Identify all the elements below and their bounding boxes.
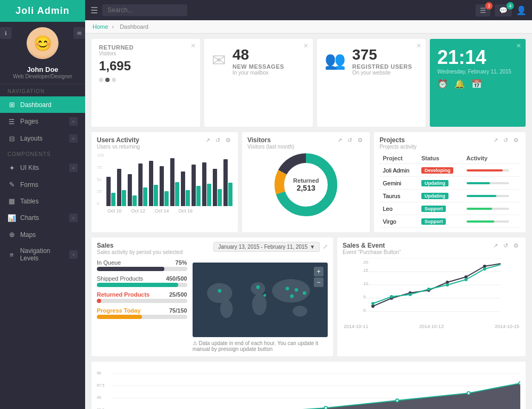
- svg-point-41: [483, 267, 486, 271]
- bar-group: [202, 162, 211, 206]
- bell-icon[interactable]: 🔔: [454, 79, 465, 121]
- user-menu-icon[interactable]: 👤: [516, 5, 527, 15]
- sidebar-header: Joli Admin: [0, 0, 85, 22]
- bar-teal: [122, 190, 126, 206]
- sales-note: ⚠ Data update in end of each hour. You c…: [193, 340, 328, 352]
- progress-item: Returned Products25/500: [97, 291, 187, 303]
- sales-event-refresh[interactable]: ↺: [502, 242, 510, 250]
- date-picker-btn[interactable]: January 13, 2015 - February 11, 2015 ▼: [213, 242, 320, 252]
- progress-bar: [97, 315, 187, 319]
- users-activity-expand[interactable]: ↗: [204, 136, 212, 144]
- topbar: ☰ ☰ 3 💬 4 👤: [85, 0, 532, 20]
- visitors-settings[interactable]: ⚙: [356, 136, 364, 144]
- bar-teal: [175, 182, 179, 206]
- avatar-face: 😊: [27, 27, 59, 59]
- search-input[interactable]: [102, 4, 187, 16]
- svg-point-59: [519, 382, 520, 385]
- projects-settings[interactable]: ⚙: [512, 136, 520, 144]
- donut-chart: Returned 2,513: [247, 153, 364, 217]
- sales-progress-area: In Queue75%Shipped Products450/500Return…: [97, 259, 187, 352]
- svg-text:90: 90: [97, 371, 101, 375]
- svg-point-6: [220, 300, 232, 318]
- bar-group: [181, 171, 190, 206]
- messages-btn[interactable]: 💬 4: [495, 4, 512, 17]
- users-activity-settings[interactable]: ⚙: [224, 136, 232, 144]
- clock-time: 21:14: [437, 46, 518, 69]
- bar-dark: [170, 158, 174, 206]
- profile-info-btn[interactable]: ℹ: [0, 27, 12, 39]
- sales-event-svg: 0 5 10 15 20: [343, 258, 520, 322]
- stat-users-label: REGISTRED USERS: [352, 63, 412, 70]
- map-zoom-in[interactable]: +: [314, 267, 323, 276]
- projects-expand[interactable]: ↗: [492, 136, 500, 144]
- sales-event-subtitle: Event "Purchase Button": [343, 249, 401, 255]
- svg-text:15: 15: [363, 268, 368, 273]
- bar-group: [223, 159, 232, 206]
- profile-name: John Doe: [0, 66, 85, 73]
- clock-icon[interactable]: ⏰: [437, 79, 448, 121]
- menu-toggle-icon[interactable]: ☰: [90, 5, 98, 15]
- sales-event-expand[interactable]: ↗: [492, 242, 500, 250]
- sales-event-x-labels: 2014-10-11 2014-10-13 2014-10-15: [343, 324, 520, 329]
- sales-left-widget: Sales Sales activity by period you selec…: [92, 238, 333, 356]
- sidebar-item-dashboard[interactable]: ⊞ Dashboard: [0, 96, 85, 113]
- sidebar-item-forms[interactable]: ✎ Forms: [0, 176, 85, 193]
- status-badge: Updating: [421, 180, 448, 186]
- maps-icon: ⊕: [7, 231, 16, 239]
- sidebar-item-navlevels[interactable]: ≡ Navigation Levels +: [0, 243, 85, 266]
- stat-dot-3: [112, 78, 116, 82]
- sidebar-item-uikits[interactable]: ✦ UI Kits +: [0, 159, 85, 176]
- pages-expand-icon: +: [69, 117, 78, 126]
- svg-point-40: [464, 278, 468, 281]
- stat-messages-label: NEW MESSAGES: [232, 63, 284, 70]
- progress-item: Progress Today75/150: [97, 307, 187, 319]
- sales-event-title: Sales & Event: [343, 242, 401, 249]
- stat-dot-2: [105, 78, 110, 82]
- bar-dark: [138, 163, 143, 206]
- stat-messages: ✕ ✉ 48 NEW MESSAGES In your mailbox: [204, 39, 313, 127]
- visitors-expand[interactable]: ↗: [336, 136, 344, 144]
- sales-subtitle: Sales activity by period you selected: [97, 249, 182, 255]
- svg-text:67.5: 67.5: [97, 383, 104, 388]
- stat-clock: ✕ 21:14 Wednesday, February 11, 2015 ⏰ 🔔…: [430, 39, 526, 127]
- bar-teal: [143, 187, 147, 206]
- notifications-btn[interactable]: ☰ 3: [476, 4, 491, 17]
- sidebar-item-maps[interactable]: ⊕ Maps: [0, 226, 85, 243]
- map-zoom-out[interactable]: −: [314, 277, 323, 287]
- status-badge: Updating: [421, 193, 448, 199]
- users-activity-refresh[interactable]: ↺: [214, 136, 222, 144]
- sales-expand-btn[interactable]: ⤢: [323, 243, 328, 250]
- bar-dark: [117, 169, 121, 206]
- svg-marker-52: [112, 383, 520, 409]
- sidebar-label-uikits: UI Kits: [20, 164, 39, 171]
- sales-event-settings[interactable]: ⚙: [512, 242, 520, 250]
- table-row: LeoSupport: [379, 202, 520, 215]
- sidebar-item-tables[interactable]: ▦ Tables: [0, 193, 85, 209]
- avatar: 😊: [27, 27, 59, 59]
- profile-message-btn[interactable]: ✉: [73, 27, 85, 39]
- bar-chart: [97, 153, 232, 206]
- progress-item: Shipped Products450/500: [97, 275, 187, 287]
- svg-point-5: [207, 283, 232, 303]
- status-badge: Support: [421, 218, 446, 225]
- stat-close-1[interactable]: ✕: [190, 42, 196, 50]
- visitors-refresh[interactable]: ↺: [346, 136, 354, 144]
- date-range-label: January 13, 2015 - February 11, 2015: [218, 244, 307, 250]
- sidebar-item-charts[interactable]: 📊 Charts +: [0, 209, 85, 226]
- bottom-chart-widget: 90 67.5 45 22.5 0 2014-10-10 2014-1: [92, 362, 526, 409]
- calendar-icon[interactable]: 📅: [471, 79, 482, 121]
- stat-close-2[interactable]: ✕: [303, 42, 309, 50]
- stat-close-3[interactable]: ✕: [416, 42, 421, 50]
- table-row: VirgoSupport: [379, 215, 520, 228]
- stat-close-4[interactable]: ✕: [516, 42, 521, 50]
- widgets-row: Users Activity Users vs returning ↗ ↺ ⚙ …: [92, 132, 526, 232]
- sidebar-item-layouts[interactable]: ⊟ Layouts +: [0, 130, 85, 147]
- sidebar-item-pages[interactable]: ☰ Pages +: [0, 113, 85, 130]
- sidebar-profile: ℹ 😊 ✉ John Doe Web Developer/Designer: [0, 22, 85, 84]
- navlevels-icon: ≡: [7, 251, 16, 259]
- projects-refresh[interactable]: ↺: [502, 136, 510, 144]
- brand-title: Joli Admin: [5, 5, 80, 17]
- stat-users-count: 375: [352, 46, 412, 63]
- breadcrumb-home[interactable]: Home: [93, 23, 108, 30]
- svg-point-39: [446, 283, 449, 287]
